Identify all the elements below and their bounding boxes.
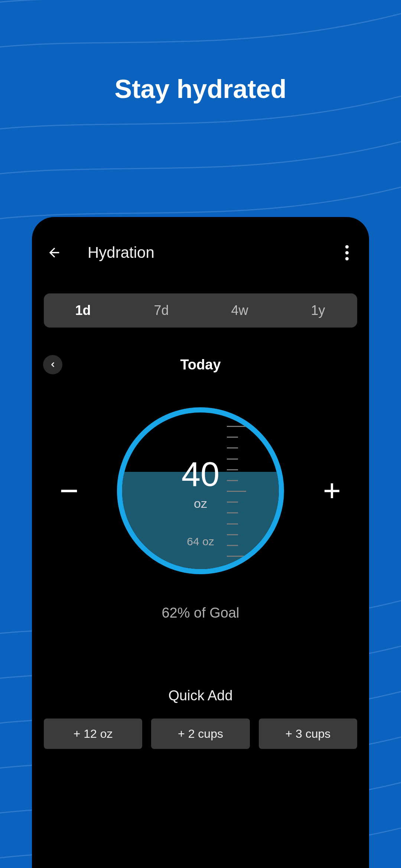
plus-icon: [321, 480, 343, 502]
goal-value: 64 oz: [187, 535, 214, 548]
tab-7d[interactable]: 7d: [122, 293, 200, 328]
hydration-gauge: 40 oz 64 oz: [117, 407, 284, 574]
more-button[interactable]: [336, 241, 358, 264]
tab-4w[interactable]: 4w: [200, 293, 279, 328]
gauge-row: 40 oz 64 oz: [32, 405, 369, 576]
gauge-readout: 40 oz 64 oz: [122, 412, 279, 569]
quick-add-12oz[interactable]: + 12 oz: [44, 719, 142, 749]
minus-icon: [57, 479, 81, 503]
quick-add-2cups[interactable]: + 2 cups: [151, 719, 250, 749]
more-vertical-icon: [345, 245, 349, 249]
increment-button[interactable]: [310, 480, 354, 502]
svg-rect-0: [61, 490, 77, 492]
promo-headline: Stay hydrated: [0, 74, 401, 104]
tab-1d[interactable]: 1d: [44, 293, 122, 328]
intake-value: 40: [182, 457, 219, 491]
arrow-left-icon: [47, 245, 62, 260]
range-segmented-control: 1d 7d 4w 1y: [44, 293, 357, 328]
previous-day-button[interactable]: [43, 355, 62, 374]
date-label: Today: [180, 357, 221, 373]
svg-rect-2: [331, 483, 333, 498]
page-title: Hydration: [88, 244, 336, 262]
quick-add-row: + 12 oz + 2 cups + 3 cups: [44, 719, 357, 749]
date-row: Today: [32, 354, 369, 376]
back-button[interactable]: [43, 241, 65, 264]
phone-frame: Hydration 1d 7d 4w 1y Today: [32, 217, 369, 868]
quick-add-3cups[interactable]: + 3 cups: [259, 719, 357, 749]
decrement-button[interactable]: [47, 479, 91, 503]
tab-1y[interactable]: 1y: [279, 293, 357, 328]
app-bar: Hydration: [32, 234, 369, 271]
goal-percent-label: 62% of Goal: [32, 605, 369, 621]
quick-add-title: Quick Add: [32, 688, 369, 704]
intake-unit: oz: [194, 496, 207, 511]
chevron-left-icon: [49, 361, 56, 368]
